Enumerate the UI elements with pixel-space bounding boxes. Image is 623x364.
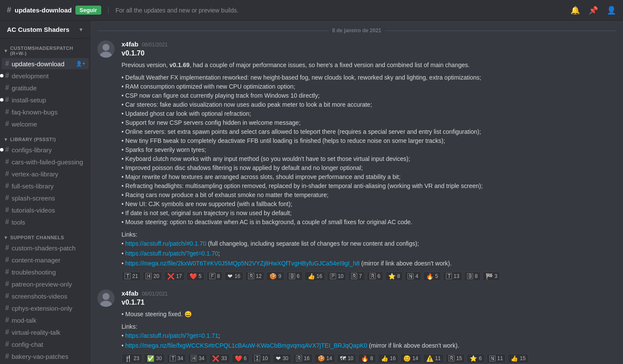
reaction2-H[interactable]: 🇭34 [188, 354, 207, 363]
divider-line-left [97, 31, 329, 31]
top-bar: # updates-download Seguir For all the up… [0, 0, 623, 21]
reaction2-heart[interactable]: ❤30 [273, 354, 291, 363]
hash-icon: # [5, 182, 9, 190]
reaction2-ok[interactable]: ✅30 [144, 354, 165, 363]
sidebar-item-tutorials-videos[interactable]: # tutorials-videos [2, 204, 89, 216]
pin-icon[interactable]: 📌 [589, 6, 598, 15]
sidebar: AC Custom Shaders ▼ ▼ CUSTOMSHADERSPATCH… [0, 21, 90, 364]
reaction2-thumbsup[interactable]: 👍16 [378, 354, 399, 363]
reaction2-fork[interactable]: 🍴23 [121, 354, 142, 363]
reaction-flag3[interactable]: 🏁3 [483, 271, 501, 281]
message-version-v0170: v0.1.70 [121, 49, 616, 57]
channel-label: development [12, 72, 49, 80]
reaction2-heart-small[interactable]: ❤️6 [232, 354, 250, 363]
reaction2-R2[interactable]: 🇷15 [445, 354, 465, 363]
reaction-X[interactable]: ❌17 [164, 271, 185, 281]
sidebar-item-gratitude[interactable]: # gratitude [2, 82, 89, 93]
sidebar-item-install-setup[interactable]: # install-setup [2, 94, 89, 105]
reaction2-thumbsup2[interactable]: 👍15 [508, 354, 528, 363]
reaction-N[interactable]: 🇳4 [405, 271, 421, 281]
reaction-thumbsup[interactable]: 👍16 [305, 271, 325, 281]
reaction-H[interactable]: 🇭20 [143, 271, 162, 281]
message-group-v0171: x4fab 08/01/2021 v0.1.71 • Mouse steerin… [97, 290, 616, 363]
reaction-B[interactable]: 🇧6 [286, 271, 303, 281]
reaction-cookie[interactable]: 🍪9 [266, 271, 284, 281]
sidebar-item-custom-shaders-patch[interactable]: # custom-shaders-patch [2, 242, 89, 253]
reaction-T[interactable]: 🇹21 [121, 271, 141, 281]
reaction-R2[interactable]: 🇷7 [348, 271, 365, 281]
server-chevron-icon: ▼ [78, 27, 84, 33]
link-url-v171-1[interactable]: https://acstuff.ru/patch/?get=0.1.71 [125, 332, 218, 339]
hash-icon: # [5, 292, 9, 300]
reaction-T2[interactable]: 🇹13 [443, 271, 462, 281]
channel-label: gratitude [12, 84, 37, 92]
top-bar-actions: 🔔 📌 👤 [570, 6, 616, 15]
sidebar-item-vertex-ao-library[interactable]: # vertex-ao-library [2, 168, 89, 179]
hash-icon: # [5, 146, 9, 154]
reaction2-fire[interactable]: 🔥8 [358, 354, 376, 363]
unread-indicator [0, 148, 3, 151]
reactions-row-v0170: 🇹21 🇭20 ❌17 ❤️5 🇫8 ❤16 🇷12 🍪9 🇧6 👍16 🇵10… [121, 271, 616, 281]
reaction-P[interactable]: 🇵10 [327, 271, 346, 281]
channel-label: updates-download [12, 60, 65, 68]
link-url-3[interactable]: https://mega.nz/file/2kxW0T6T#KV0J5MQp5N… [125, 260, 360, 267]
section-header-customshaders[interactable]: ▼ CUSTOMSHADERSPATCH (R+W-) [0, 39, 90, 58]
link-url-1[interactable]: https://acstuff.ru/patch/#0.1.70 [125, 240, 206, 247]
reaction2-T[interactable]: 🇹34 [167, 354, 186, 363]
reaction2-X[interactable]: ❌33 [209, 354, 230, 363]
section-header-library[interactable]: ▼ LIBRARY (PSSST!) [0, 130, 90, 144]
channel-label: configs-library [12, 146, 52, 154]
sidebar-item-configs-library[interactable]: # configs-library [2, 144, 89, 155]
reaction-heart-small[interactable]: ❤️5 [187, 271, 205, 281]
sidebar-item-tools[interactable]: # tools [2, 216, 89, 228]
channel-label: install-setup [12, 96, 46, 104]
reaction-fire[interactable]: 🔥5 [423, 271, 441, 281]
link-url-v171-2[interactable]: https://mega.nz/file/fxgWCCKS#trCPQL1cBA… [125, 342, 368, 349]
sidebar-item-updates-download[interactable]: # updates-download 👤+ [2, 58, 89, 69]
sidebar-item-mod-talk[interactable]: # mod-talk [2, 315, 89, 326]
reaction-F[interactable]: 🇫8 [206, 271, 223, 281]
message-author-v0170: x4fab [121, 40, 138, 48]
reaction-star[interactable]: ⭐8 [385, 271, 403, 281]
reaction2-star[interactable]: ⭐6 [467, 354, 485, 363]
sidebar-item-config-chat[interactable]: # config-chat [2, 339, 89, 350]
reaction2-warning[interactable]: ⚠️11 [423, 354, 444, 363]
sidebar-item-full-sets-library[interactable]: # full-sets-library [2, 180, 89, 191]
sidebar-item-virtual-reality-talk[interactable]: # virtual-reality-talk [2, 327, 89, 338]
reaction2-smile[interactable]: 😊14 [400, 354, 421, 363]
reaction-heart[interactable]: ❤16 [224, 271, 243, 281]
reaction-B2[interactable]: 🇧8 [464, 271, 481, 281]
reaction2-map[interactable]: 🗺10 [337, 354, 356, 363]
reaction2-I[interactable]: 🇮10 [251, 354, 271, 363]
reaction-R[interactable]: 🇷12 [245, 271, 265, 281]
divider-line-right [385, 31, 616, 31]
sidebar-item-content-manager[interactable]: # content-manager [2, 254, 89, 265]
sidebar-item-cars-with-failed-guessing[interactable]: # cars-with-failed-guessing [2, 156, 89, 167]
sidebar-item-development[interactable]: # development [2, 70, 89, 81]
sidebar-item-cphys-extension-only[interactable]: # cphys-extension-only [2, 302, 89, 314]
hash-icon: # [5, 256, 9, 264]
message-version-v0171: v0.1.71 [121, 299, 616, 306]
sidebar-item-patreon-preview-only[interactable]: # patreon-preview-only [2, 278, 89, 290]
sidebar-item-welcome[interactable]: # welcome [2, 118, 89, 130]
reaction2-R[interactable]: 🇷16 [293, 354, 312, 363]
section-header-support[interactable]: ▼ SUPPORT CHANNELS [0, 228, 90, 242]
link-url-2[interactable]: https://acstuff.ru/patch/?get=0.1.70 [125, 250, 218, 257]
bell-icon[interactable]: 🔔 [570, 6, 580, 15]
reaction2-N[interactable]: 🇳11 [486, 354, 506, 363]
follow-button[interactable]: Seguir [75, 6, 101, 15]
members-icon[interactable]: 👤 [607, 6, 616, 15]
server-header[interactable]: AC Custom Shaders ▼ [0, 21, 90, 39]
hash-icon: # [5, 352, 9, 360]
link-item-3: • https://mega.nz/file/2kxW0T6T#KV0J5MQp… [121, 259, 616, 268]
reaction2-cookie[interactable]: 🍪14 [315, 354, 335, 363]
hash-icon: # [5, 206, 9, 214]
sidebar-item-troubleshooting[interactable]: # troubleshooting [2, 266, 89, 278]
sidebar-item-splash-screens[interactable]: # splash-screens [2, 192, 89, 204]
add-member-icon[interactable]: 👤+ [76, 61, 85, 67]
sidebar-item-faq-known-bugs[interactable]: # faq-known-bugs [2, 106, 89, 117]
reaction-R3[interactable]: 🇷6 [367, 271, 383, 281]
sidebar-item-screenshots-videos[interactable]: # screenshots-videos [2, 290, 89, 302]
main-layout: AC Custom Shaders ▼ ▼ CUSTOMSHADERSPATCH… [0, 21, 623, 364]
sidebar-item-bakery-vao-patches[interactable]: # bakery-vao-patches [2, 351, 89, 362]
